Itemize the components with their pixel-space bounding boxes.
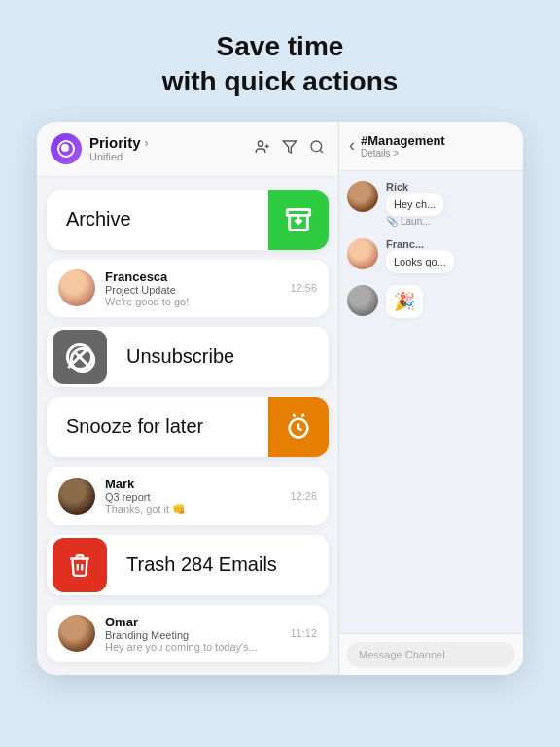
logo-icon (57, 140, 75, 158)
msg-content-rick: Rick Hey ch... 📎 Laun... (386, 181, 443, 227)
app-card: Priority › Unified (37, 122, 523, 675)
email-item-omar[interactable]: Omar Branding Meeting Hey are you coming… (47, 605, 329, 662)
email-item-francesca[interactable]: Francesca Project Update We're good to g… (47, 260, 329, 317)
email-preview-omar: Hey are you coming to today's... (105, 641, 280, 653)
avatar-france (347, 238, 378, 269)
archive-icon-box (268, 190, 329, 250)
channel-name: #Management (361, 133, 445, 148)
app-title-row: Priority › (89, 134, 149, 151)
left-panel: Priority › Unified (37, 122, 338, 675)
right-panel: ‹ #Management Details > Rick Hey ch... 📎 (338, 122, 523, 675)
svg-point-0 (258, 141, 262, 146)
email-subject-omar: Branding Meeting (105, 629, 280, 641)
filter-icon[interactable] (282, 139, 298, 159)
svg-line-11 (293, 414, 295, 416)
trash-label: Trash 284 Emails (107, 553, 329, 576)
svg-point-4 (311, 141, 322, 152)
app-logo (51, 133, 82, 164)
msg-bubble-rick2: 🎉 (386, 285, 423, 318)
top-bar: Priority › Unified (37, 122, 338, 177)
svg-line-12 (302, 414, 304, 416)
email-preview-mark: Thanks, got it 👊 (105, 503, 280, 516)
app-name: Priority (89, 134, 141, 151)
email-name-francesca: Francesca (105, 269, 280, 284)
msg-item-rick2: 🎉 (347, 285, 515, 318)
headline-section: Save time with quick actions (162, 29, 399, 100)
email-content-omar: Omar Branding Meeting Hey are you coming… (105, 615, 280, 653)
headline-text: Save time with quick actions (162, 29, 399, 100)
right-bottom: Message Channel (339, 633, 523, 675)
email-preview-francesca: We're good to go! (105, 296, 280, 307)
snooze-action-row[interactable]: Snooze for later (47, 397, 329, 457)
email-name-mark: Mark (105, 477, 280, 491)
snooze-icon-box (268, 397, 329, 457)
app-subtitle: Unified (89, 151, 149, 162)
msg-content-france: Franc... Looks go... (386, 238, 454, 273)
chevron-right-icon: › (145, 136, 149, 150)
avatar-francesca (58, 269, 95, 306)
msg-name-france: Franc... (386, 238, 454, 250)
trash-icon-box (52, 538, 107, 592)
email-subject-mark: Q3 report (105, 491, 280, 503)
email-content-francesca: Francesca Project Update We're good to g… (105, 269, 280, 307)
svg-line-5 (320, 150, 323, 153)
unsubscribe-label: Unsubscribe (107, 345, 329, 368)
right-top-bar: ‹ #Management Details > (339, 122, 523, 171)
email-name-omar: Omar (105, 615, 280, 629)
app-title-group: Priority › Unified (89, 134, 149, 162)
avatar-rick (347, 181, 378, 212)
msg-name-rick: Rick (386, 181, 443, 193)
archive-label: Archive (47, 208, 268, 231)
msg-attachment-rick: 📎 Laun... (386, 216, 443, 227)
search-icon[interactable] (309, 139, 325, 159)
unsubscribe-action-row[interactable]: Unsubscribe (47, 327, 329, 387)
email-time-omar: 11:12 (290, 627, 317, 639)
msg-content-rick2: 🎉 (386, 285, 423, 318)
snooze-label: Snooze for later (47, 415, 268, 438)
msg-bubble-france: Looks go... (386, 250, 454, 273)
message-input-placeholder: Message Channel (359, 649, 445, 660)
channel-info: #Management Details > (361, 133, 445, 159)
ban-icon (66, 343, 93, 371)
svg-marker-3 (283, 141, 296, 153)
avatar-mark (58, 478, 95, 515)
add-person-icon[interactable] (255, 139, 270, 159)
unsubscribe-icon-box (52, 330, 107, 384)
msg-item-rick: Rick Hey ch... 📎 Laun... (347, 181, 515, 227)
actions-list: Archive Francesca Project Update (37, 177, 338, 675)
email-item-mark[interactable]: Mark Q3 report Thanks, got it 👊 12:26 (47, 467, 329, 525)
msg-item-france: Franc... Looks go... (347, 238, 515, 273)
email-time-mark: 12:26 (290, 490, 317, 502)
archive-action-row[interactable]: Archive (47, 190, 329, 250)
svg-line-9 (75, 352, 90, 368)
msg-bubble-rick: Hey ch... (386, 193, 443, 216)
trash-action-row[interactable]: Trash 284 Emails (47, 535, 329, 595)
channel-details[interactable]: Details > (361, 148, 445, 159)
avatar-omar (58, 615, 95, 652)
back-button[interactable]: ‹ (349, 135, 355, 156)
top-bar-icons (255, 139, 325, 159)
email-content-mark: Mark Q3 report Thanks, got it 👊 (105, 477, 280, 516)
right-messages: Rick Hey ch... 📎 Laun... Franc... (339, 171, 523, 633)
email-subject-francesca: Project Update (105, 284, 280, 296)
email-time-francesca: 12:56 (290, 282, 317, 294)
paperclip-icon: 📎 (386, 216, 398, 227)
avatar-rick2 (347, 285, 378, 316)
message-input[interactable]: Message Channel (347, 642, 515, 667)
svg-rect-6 (287, 209, 309, 215)
